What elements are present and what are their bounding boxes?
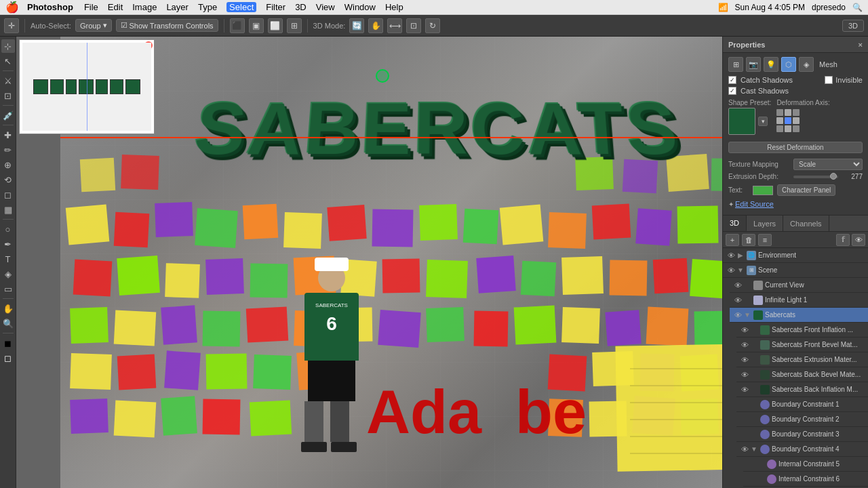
menu-image[interactable]: Image bbox=[132, 2, 157, 12]
pen-tool[interactable]: ✒ bbox=[1, 237, 15, 251]
menu-filter[interactable]: Filter bbox=[266, 2, 285, 12]
align-left-btn[interactable]: ⬛ bbox=[230, 18, 245, 33]
eyedropper-tool[interactable]: 💉 bbox=[1, 108, 15, 122]
tab-layers[interactable]: Layers bbox=[747, 216, 783, 231]
layer-item-infinite-light-1[interactable]: 👁 Infinite Light 1 bbox=[730, 293, 868, 308]
heal-tool[interactable]: ✚ bbox=[1, 128, 15, 142]
layer-eye-sabercats-back-inflation[interactable]: 👁 bbox=[739, 386, 750, 394]
deform-dot-3[interactable] bbox=[793, 109, 800, 116]
show-transform-checkbox[interactable]: ☑ Show Transform Controls bbox=[116, 19, 218, 32]
layer-item-current-view[interactable]: 👁 Current View bbox=[730, 278, 868, 293]
layer-item-scene[interactable]: 👁 ▼ ⊞ Scene bbox=[723, 263, 868, 278]
layer-eye-sabercats-extrusion[interactable]: 👁 bbox=[739, 356, 750, 364]
layer-item-boundary-3[interactable]: Boundary Constraint 3 bbox=[736, 427, 868, 442]
canvas-area[interactable]: × bbox=[16, 37, 722, 488]
menu-type[interactable]: Type bbox=[198, 2, 217, 12]
layer-item-internal-5[interactable]: Internal Constraint 5 bbox=[743, 457, 868, 472]
3d-transform-handle[interactable] bbox=[376, 69, 389, 83]
direct-selection-tool[interactable]: ↖ bbox=[1, 54, 15, 68]
brush-tool[interactable]: ✏ bbox=[1, 143, 15, 157]
layer-eye-infinite-light-1[interactable]: 👁 bbox=[732, 296, 743, 304]
crop-tool[interactable]: ⊡ bbox=[1, 89, 15, 102]
background-color[interactable]: ◻ bbox=[1, 351, 15, 365]
layer-item-boundary-4[interactable]: 👁 ▼ Boundary Constraint 4 bbox=[736, 442, 868, 457]
3d-scale-btn[interactable]: ⊡ bbox=[406, 18, 421, 33]
deform-dot-8[interactable] bbox=[785, 125, 791, 132]
layer-expand-sabercats[interactable]: ▼ bbox=[743, 311, 751, 319]
layer-item-sabercats-back-inflation[interactable]: 👁 Sabercats Back Inflation M... bbox=[736, 382, 868, 397]
catch-shadows-checkbox[interactable] bbox=[728, 76, 736, 84]
deform-dot-2[interactable] bbox=[785, 109, 791, 116]
menu-view[interactable]: View bbox=[316, 2, 335, 12]
texture-mapping-select[interactable]: Scale Tile Wrap bbox=[793, 159, 863, 170]
auto-select-dropdown[interactable]: Group ▾ bbox=[75, 19, 112, 32]
gradient-tool[interactable]: ▦ bbox=[1, 203, 15, 216]
align-right-btn[interactable]: ⬜ bbox=[268, 18, 283, 33]
deform-dot-1[interactable] bbox=[776, 109, 783, 116]
3d-rotate-btn[interactable]: ↻ bbox=[425, 18, 440, 33]
layer-eye-sabercats-front-bevel[interactable]: 👁 bbox=[739, 341, 750, 349]
scene-icon[interactable]: ⊞ bbox=[728, 57, 743, 72]
deform-dot-7[interactable] bbox=[776, 125, 783, 132]
text-color-swatch[interactable] bbox=[753, 186, 773, 195]
layer-item-sabercats-back-bevel[interactable]: 👁 Sabercats Back Bevel Mate... bbox=[736, 367, 868, 382]
layer-eye-sabercats-front-inflation[interactable]: 👁 bbox=[739, 326, 750, 334]
apple-menu[interactable]: 🍎 bbox=[5, 1, 19, 14]
layer-eye-scene[interactable]: 👁 bbox=[726, 266, 736, 274]
invisible-checkbox[interactable] bbox=[825, 76, 833, 84]
layer-item-sabercats-front-bevel[interactable]: 👁 Sabercats Front Bevel Mat... bbox=[736, 338, 868, 352]
layer-eye-boundary-4[interactable]: 👁 bbox=[739, 445, 750, 453]
layer-item-internal-6[interactable]: Internal Constraint 6 bbox=[743, 472, 868, 487]
layer-item-boundary-1[interactable]: Boundary Constraint 1 bbox=[736, 397, 868, 412]
3d-orbit-btn[interactable]: 🔄 bbox=[349, 18, 364, 33]
search-icon[interactable]: 🔍 bbox=[852, 3, 863, 12]
menu-layer[interactable]: Layer bbox=[166, 2, 189, 12]
layer-item-sabercats-extrusion[interactable]: 👁 Sabercats Extrusion Mater... bbox=[736, 352, 868, 367]
layer-expand-environment[interactable]: ▶ bbox=[736, 251, 745, 259]
tab-channels[interactable]: Channels bbox=[783, 216, 829, 231]
layer-eye-sabercats[interactable]: 👁 bbox=[732, 311, 743, 319]
menu-window[interactable]: Window bbox=[344, 2, 376, 12]
history-tool[interactable]: ⟲ bbox=[1, 173, 15, 186]
reset-deformation-btn[interactable]: Reset Deformation bbox=[728, 142, 863, 153]
light-icon[interactable]: 💡 bbox=[764, 57, 778, 72]
layer-item-sabercats-front-inflation[interactable]: 👁 Sabercats Front Inflation ... bbox=[736, 323, 868, 338]
hand-tool[interactable]: ✋ bbox=[1, 302, 15, 315]
slice-tool[interactable]: ⚔ bbox=[1, 74, 15, 87]
layer-expand-boundary-4[interactable]: ▼ bbox=[750, 445, 758, 453]
deform-dot-4[interactable] bbox=[776, 117, 783, 124]
layer-options-btn[interactable]: ≡ bbox=[758, 234, 772, 246]
menu-file[interactable]: File bbox=[84, 2, 98, 12]
3d-slide-btn[interactable]: ⟷ bbox=[387, 18, 402, 33]
new-layer-btn[interactable]: + bbox=[726, 234, 739, 246]
type-tool[interactable]: T bbox=[1, 252, 15, 266]
tab-3d[interactable]: 3D bbox=[723, 216, 747, 231]
foreground-color[interactable]: ◼ bbox=[1, 336, 15, 350]
deform-dot-9[interactable] bbox=[793, 125, 800, 132]
layer-eye-current-view[interactable]: 👁 bbox=[732, 281, 743, 289]
layer-eye-environment[interactable]: 👁 bbox=[726, 251, 736, 260]
cast-shadows-checkbox[interactable] bbox=[728, 87, 736, 95]
dodge-tool[interactable]: ○ bbox=[1, 222, 15, 236]
menu-select[interactable]: Select bbox=[226, 2, 256, 12]
menu-help[interactable]: Help bbox=[385, 2, 403, 12]
shape-tool[interactable]: ▭ bbox=[1, 282, 15, 296]
3d-pan-btn[interactable]: ✋ bbox=[368, 18, 383, 33]
layer-item-environment[interactable]: 👁 ▶ 🌐 Environment bbox=[723, 248, 868, 263]
zoom-tool[interactable]: 🔍 bbox=[1, 317, 15, 330]
shape-preset-dropdown[interactable]: ▾ bbox=[758, 117, 768, 126]
layers-panel[interactable]: 👁 ▶ 🌐 Environment 👁 ▼ ⊞ Scene 👁 Current … bbox=[723, 248, 868, 488]
filter-visible-btn[interactable]: 👁 bbox=[852, 234, 865, 246]
menu-3d[interactable]: 3D bbox=[295, 2, 307, 12]
distribute-btn[interactable]: ⊞ bbox=[287, 18, 302, 33]
material-icon[interactable]: ◈ bbox=[799, 57, 814, 72]
selection-tool[interactable]: ⊹ bbox=[1, 39, 15, 53]
deform-dot-5[interactable] bbox=[785, 117, 791, 124]
align-center-btn[interactable]: ▣ bbox=[249, 18, 264, 33]
properties-close-icon[interactable]: × bbox=[859, 41, 863, 49]
menu-edit[interactable]: Edit bbox=[108, 2, 123, 12]
mesh-icon[interactable]: ⬡ bbox=[781, 57, 796, 72]
layer-expand-scene[interactable]: ▼ bbox=[736, 266, 745, 274]
move-tool-icon[interactable]: ✛ bbox=[4, 18, 19, 33]
edit-source-btn[interactable]: Edit Source bbox=[735, 200, 774, 208]
